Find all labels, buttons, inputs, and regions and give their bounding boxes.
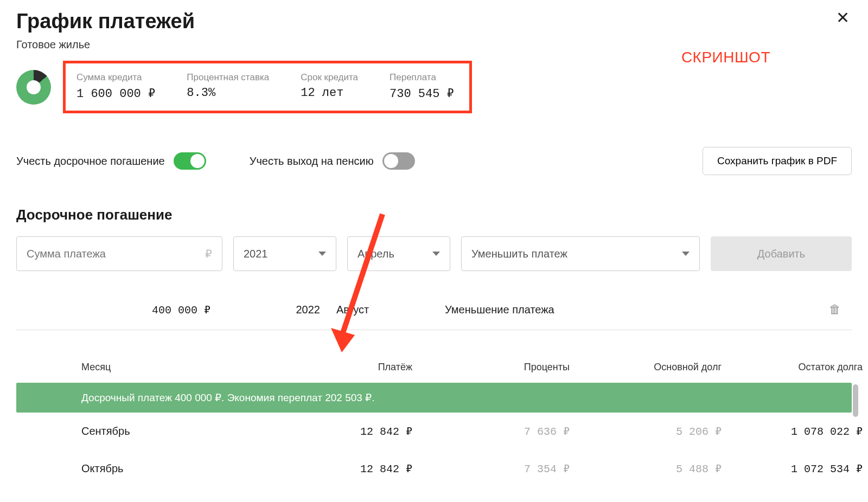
toggle-early-label: Учесть досрочное погашение <box>16 155 165 168</box>
add-button[interactable]: Добавить <box>711 236 852 271</box>
overpay-label: Переплата <box>390 72 454 83</box>
cell-payment: 12 842 ₽ <box>244 424 412 438</box>
page-title: График платежей <box>16 10 195 33</box>
donut-chart-icon <box>16 70 51 105</box>
action-select[interactable]: Уменьшить платеж <box>461 236 700 271</box>
loan-summary-highlight: Сумма кредита 1 600 000 ₽ Процентная ста… <box>63 61 472 113</box>
cell-interest: 7 636 ₽ <box>412 424 570 438</box>
th-month: Месяц <box>81 362 244 373</box>
rate-value: 8.3% <box>187 86 269 100</box>
action-select-value: Уменьшить платеж <box>471 248 567 260</box>
term-value: 12 лет <box>301 86 358 100</box>
loan-amount-value: 1 600 000 ₽ <box>76 86 155 101</box>
cell-payment: 12 842 ₽ <box>244 462 412 475</box>
table-row: Октябрь 12 842 ₽ 7 354 ₽ 5 488 ₽ 1 072 5… <box>16 450 852 487</box>
close-icon[interactable]: ✕ <box>834 10 852 26</box>
th-principal: Основной долг <box>570 362 722 373</box>
month-select-value: Апрель <box>358 248 394 260</box>
early-payment-banner: Досрочный платеж 400 000 ₽. Экономия пер… <box>16 383 852 413</box>
entry-year: 2022 <box>233 304 336 316</box>
trash-icon[interactable]: 🗑 <box>829 303 841 317</box>
cell-month: Сентябрь <box>81 425 244 437</box>
toggle-early[interactable] <box>174 152 206 170</box>
year-select-value: 2021 <box>244 248 268 260</box>
month-select[interactable]: Апрель <box>347 236 450 271</box>
save-pdf-button[interactable]: Сохранить график в PDF <box>703 147 852 175</box>
toggle-pension[interactable] <box>382 152 415 170</box>
chevron-down-icon <box>318 252 326 256</box>
table-row: Сентябрь 12 842 ₽ 7 636 ₽ 5 206 ₽ 1 078 … <box>16 413 852 450</box>
entry-month: Август <box>336 304 445 316</box>
cell-principal: 5 206 ₽ <box>570 424 722 438</box>
payment-amount-field[interactable]: ₽ <box>16 236 222 271</box>
svg-marker-1 <box>331 328 355 352</box>
toggle-pension-label: Учесть выход на пенсию <box>250 155 374 168</box>
payments-table: Месяц Платёж Проценты Основной долг Оста… <box>16 352 852 487</box>
term-label: Срок кредита <box>301 72 358 83</box>
overpay-value: 730 545 ₽ <box>390 86 454 101</box>
entry-amount: 400 000 ₽ <box>27 303 233 317</box>
early-repayment-title: Досрочное погашение <box>16 207 852 223</box>
rate-label: Процентная ставка <box>187 72 269 83</box>
ruble-icon: ₽ <box>205 247 212 260</box>
chevron-down-icon <box>432 252 440 256</box>
year-select[interactable]: 2021 <box>233 236 336 271</box>
annotation-screenshot-label: СКРИНШОТ <box>681 49 770 66</box>
cell-balance: 1 078 022 ₽ <box>722 424 863 438</box>
cell-month: Октябрь <box>81 462 244 475</box>
cell-balance: 1 072 534 ₽ <box>722 462 863 475</box>
cell-interest: 7 354 ₽ <box>412 462 570 475</box>
loan-amount-label: Сумма кредита <box>76 72 155 83</box>
annotation-arrow-icon <box>326 211 401 363</box>
payment-amount-input[interactable] <box>27 248 205 260</box>
entry-action: Уменьшение платежа <box>445 304 829 316</box>
scrollbar-thumb[interactable] <box>853 384 858 417</box>
chevron-down-icon <box>682 252 690 256</box>
th-balance: Остаток долга <box>722 362 863 373</box>
th-payment: Платёж <box>244 362 412 373</box>
th-interest: Проценты <box>412 362 570 373</box>
cell-principal: 5 488 ₽ <box>570 462 722 475</box>
early-payment-entry: 400 000 ₽ 2022 Август Уменьшение платежа… <box>16 303 852 330</box>
